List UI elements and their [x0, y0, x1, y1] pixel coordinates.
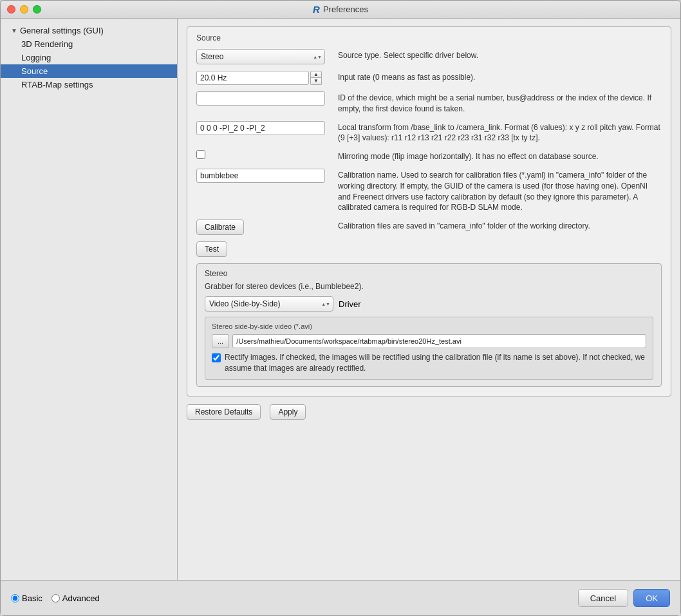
- apply-button[interactable]: Apply: [270, 404, 306, 420]
- browse-button[interactable]: ...: [212, 334, 229, 348]
- sidebar-item-source[interactable]: Source: [1, 64, 177, 78]
- calibration-name-desc: Calibration name. Used to search for cal…: [331, 169, 662, 213]
- calibration-name-row: Calibration name. Used to search for cal…: [196, 169, 662, 213]
- sidebar-item-3d-rendering[interactable]: 3D Rendering: [1, 37, 177, 51]
- advanced-radio-label[interactable]: Advanced: [51, 593, 100, 603]
- driver-row: Video (Side-by-Side) OpenCV Stereo ZED D…: [205, 296, 653, 312]
- restore-defaults-button[interactable]: Restore Defaults: [187, 404, 261, 420]
- basic-radio-label[interactable]: Basic: [11, 593, 42, 603]
- input-rate-control: ▲ ▼: [196, 71, 331, 85]
- mirroring-desc: Mirroring mode (flip image horizontally)…: [331, 150, 662, 162]
- radio-group: Basic Advanced: [11, 593, 100, 603]
- bottom-left: Basic Advanced: [11, 593, 100, 603]
- rectify-checkbox[interactable]: [212, 353, 221, 362]
- main-action-btns: Restore Defaults Apply: [187, 404, 671, 420]
- device-id-desc: ID of the device, which might be a seria…: [331, 91, 662, 115]
- stereo-desc: Grabber for stereo devices (i.e., Bumble…: [205, 282, 653, 291]
- source-type-control: Stereo RGB-D Lidar: [196, 49, 331, 64]
- video-sub-box: Stereo side-by-side video (*.avi) ... Re…: [205, 317, 653, 380]
- rectify-row: Rectify images. If checked, the images w…: [212, 352, 646, 374]
- calibrate-button[interactable]: Calibrate: [196, 219, 244, 235]
- titlebar: R Preferences: [1, 1, 680, 19]
- file-row: ...: [212, 334, 646, 348]
- test-button[interactable]: Test: [196, 241, 227, 257]
- source-section: Source Stereo RGB-D Lidar Source type. S…: [187, 26, 671, 397]
- driver-label: Driver: [339, 299, 361, 309]
- maximize-button[interactable]: [33, 5, 41, 14]
- window-controls: [7, 5, 41, 14]
- input-rate-spinner: ▲ ▼: [310, 71, 322, 85]
- main-content: ▼ General settings (GUI) 3D Rendering Lo…: [1, 19, 680, 580]
- source-type-row: Stereo RGB-D Lidar Source type. Select s…: [196, 49, 662, 64]
- local-transform-control: [196, 121, 331, 135]
- input-rate-row: ▲ ▼ Input rate (0 means as fast as possi…: [196, 71, 662, 85]
- local-transform-desc: Local transform from /base_link to /came…: [331, 121, 662, 144]
- right-panel: Source Stereo RGB-D Lidar Source type. S…: [178, 19, 680, 580]
- calibrate-desc: Calibration files are saved in "camera_i…: [331, 219, 662, 232]
- stereo-label: Stereo: [205, 269, 653, 278]
- sidebar-item-rtabmap[interactable]: RTAB-Map settings: [1, 78, 177, 91]
- calibration-name-control: [196, 169, 331, 183]
- test-row: Test: [196, 241, 662, 257]
- local-transform-row: Local transform from /base_link to /came…: [196, 121, 662, 144]
- driver-select-wrapper: Video (Side-by-Side) OpenCV Stereo ZED: [205, 296, 333, 312]
- device-id-row: ID of the device, which might be a seria…: [196, 91, 662, 115]
- source-type-desc: Source type. Select specific driver belo…: [331, 49, 662, 61]
- window-title: R Preferences: [313, 4, 368, 15]
- driver-select[interactable]: Video (Side-by-Side) OpenCV Stereo ZED: [205, 296, 333, 312]
- source-type-select-wrapper: Stereo RGB-D Lidar: [196, 49, 325, 64]
- cancel-button[interactable]: Cancel: [578, 589, 628, 607]
- ok-button[interactable]: OK: [633, 589, 670, 607]
- calibrate-control: Calibrate: [196, 219, 331, 235]
- advanced-radio[interactable]: [51, 594, 60, 602]
- stereo-subsection: Stereo Grabber for stereo devices (i.e.,…: [196, 263, 662, 387]
- bottom-right: Cancel OK: [578, 589, 670, 607]
- sidebar-item-logging[interactable]: Logging: [1, 51, 177, 64]
- expand-arrow-icon: ▼: [11, 27, 17, 34]
- device-id-field[interactable]: [196, 91, 325, 106]
- rectify-text: Rectify images. If checked, the images w…: [225, 352, 646, 374]
- source-section-label: Source: [196, 33, 662, 42]
- sidebar-item-general[interactable]: ▼ General settings (GUI): [1, 24, 177, 37]
- input-rate-desc: Input rate (0 means as fast as possible)…: [331, 71, 662, 83]
- calibration-name-field[interactable]: [196, 169, 325, 183]
- source-type-select[interactable]: Stereo RGB-D Lidar: [196, 49, 325, 64]
- calibrate-row: Calibrate Calibration files are saved in…: [196, 219, 662, 235]
- mirroring-checkbox[interactable]: [196, 150, 205, 159]
- local-transform-field[interactable]: [196, 121, 325, 135]
- mirroring-row: Mirroring mode (flip image horizontally)…: [196, 150, 662, 162]
- video-sub-label: Stereo side-by-side video (*.avi): [212, 322, 646, 330]
- spin-up-button[interactable]: ▲: [310, 71, 322, 78]
- spin-down-button[interactable]: ▼: [310, 78, 322, 85]
- preferences-window: R Preferences ▼ General settings (GUI) 3…: [0, 0, 681, 616]
- minimize-button[interactable]: [20, 5, 28, 14]
- device-id-control: [196, 91, 331, 106]
- input-rate-field[interactable]: [196, 71, 309, 85]
- close-button[interactable]: [7, 5, 15, 14]
- bottom-bar: Basic Advanced Cancel OK: [1, 580, 680, 615]
- r-logo-icon: R: [313, 4, 320, 15]
- basic-radio[interactable]: [11, 594, 19, 602]
- file-path-field[interactable]: [232, 334, 646, 348]
- sidebar: ▼ General settings (GUI) 3D Rendering Lo…: [1, 19, 178, 580]
- mirroring-control: [196, 150, 331, 159]
